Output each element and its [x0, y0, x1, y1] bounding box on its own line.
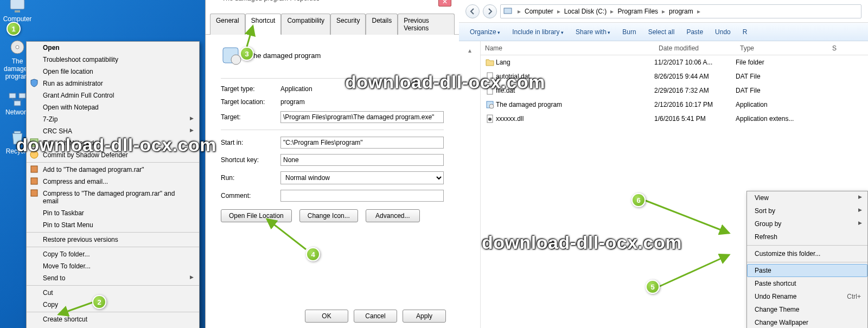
- ctx-crc-sha[interactable]: CRC SHA: [27, 125, 199, 137]
- col-modified[interactable]: Date modified: [654, 44, 736, 52]
- rar-icon: [30, 177, 39, 185]
- ctx-move-to[interactable]: Move To folder...: [27, 260, 199, 272]
- cmd-paste[interactable]: Paste: [686, 28, 703, 36]
- close-button[interactable]: ✕: [438, 0, 451, 7]
- advanced-button[interactable]: Advanced...: [366, 209, 420, 222]
- file-row[interactable]: Lang11/2/2017 10:06 A...File folder: [481, 55, 868, 69]
- desktop-pane: Computer The damaged program Network Rec…: [0, 0, 205, 328]
- svg-rect-17: [487, 73, 493, 80]
- cmd-r[interactable]: R: [743, 28, 748, 36]
- cmd-undo[interactable]: Undo: [715, 28, 731, 36]
- ectx-customize[interactable]: Customize this folder...: [747, 247, 867, 260]
- ctx-7zip[interactable]: 7-Zip: [27, 113, 199, 125]
- ectx-change-theme[interactable]: Change Theme: [747, 303, 867, 316]
- ectx-view[interactable]: View: [747, 191, 867, 204]
- apply-button[interactable]: Apply: [403, 310, 446, 323]
- tree-pane[interactable]: ▴: [459, 41, 481, 328]
- disc-icon: [8, 38, 27, 56]
- ectx-sort[interactable]: Sort by: [747, 204, 867, 217]
- tab-shortcut[interactable]: Shortcut: [245, 14, 282, 35]
- file-name: autotrial.dat: [496, 73, 654, 80]
- ctx-copy[interactable]: Copy: [27, 299, 199, 311]
- breadcrumb[interactable]: Computer Local Disk (C:) Program Files p…: [500, 4, 861, 18]
- shortcut-name-input[interactable]: [249, 52, 444, 60]
- desktop-icon-computer[interactable]: Computer: [1, 0, 34, 23]
- ctx-create-shortcut[interactable]: Create shortcut: [27, 313, 199, 325]
- back-button[interactable]: [465, 4, 480, 18]
- ectx-change-wallpaper[interactable]: Change Wallpaper: [747, 316, 867, 328]
- ctx-open-file-location[interactable]: Open file location: [27, 66, 199, 78]
- column-headers[interactable]: Name Date modified Type S: [481, 41, 868, 55]
- cmd-include[interactable]: Include in library: [512, 28, 564, 36]
- startin-input[interactable]: [280, 137, 444, 149]
- ctx-pin-start[interactable]: Pin to Start Menu: [27, 219, 199, 231]
- ctx-copy-to[interactable]: Copy To folder...: [27, 248, 199, 260]
- run-select[interactable]: Normal window: [280, 171, 444, 184]
- ectx-undo-rename[interactable]: Undo RenameCtrl+: [747, 290, 867, 303]
- ctx-open-notepad[interactable]: Open with Notepad: [27, 101, 199, 113]
- ctx-delete[interactable]: Delete: [27, 325, 199, 328]
- cmd-share[interactable]: Share with: [576, 28, 610, 36]
- ectx-paste[interactable]: Paste: [747, 264, 867, 277]
- comment-input[interactable]: [280, 190, 444, 202]
- ctx-grant-admin[interactable]: Grant Admin Full Control: [27, 89, 199, 101]
- value-target-location: program: [280, 98, 444, 106]
- file-icon: [484, 100, 496, 109]
- file-row[interactable]: autotrial.dat8/26/2015 9:44 AMDAT File: [481, 69, 868, 83]
- svg-rect-11: [31, 166, 37, 172]
- tab-details[interactable]: Details: [366, 14, 398, 35]
- step-badge-2: 2: [92, 295, 106, 309]
- ectx-paste-shortcut[interactable]: Paste shortcut: [747, 277, 867, 290]
- col-type[interactable]: Type: [736, 44, 828, 52]
- ctx-compress-email[interactable]: Compress and email...: [27, 176, 199, 188]
- ctx-edit-npp[interactable]: Edit with Notepad++: [27, 137, 199, 149]
- open-file-location-button[interactable]: Open File Location: [221, 209, 292, 222]
- col-size[interactable]: S: [828, 44, 868, 52]
- crumb-computer[interactable]: Computer: [524, 8, 554, 15]
- svg-rect-2: [15, 10, 20, 12]
- svg-rect-8: [14, 131, 21, 133]
- notepadpp-icon: [30, 138, 39, 147]
- ctx-send-to[interactable]: Send to: [27, 272, 199, 284]
- ectx-group[interactable]: Group by: [747, 217, 867, 230]
- col-name[interactable]: Name: [481, 44, 654, 52]
- desktop-icon-label: Recycle: [6, 147, 29, 155]
- step-badge-1: 1: [7, 22, 21, 36]
- ctx-pin-taskbar[interactable]: Pin to Taskbar: [27, 207, 199, 219]
- cmd-organize[interactable]: Organize: [470, 28, 500, 36]
- tab-general[interactable]: General: [210, 14, 245, 35]
- ok-button[interactable]: OK: [305, 310, 348, 323]
- crumb-program[interactable]: program: [668, 8, 694, 15]
- crumb-localdisk[interactable]: Local Disk (C:): [563, 8, 608, 15]
- step-badge-4: 4: [306, 247, 320, 261]
- label-target-type: Target type:: [221, 85, 280, 93]
- file-row[interactable]: xxxxxx.dll1/6/2016 5:41 PMApplication ex…: [481, 112, 868, 126]
- step-badge-3: 3: [240, 47, 254, 61]
- ctx-open[interactable]: Open: [27, 42, 199, 54]
- desktop-context-menu: Open Troubleshoot compatibility Open fil…: [26, 41, 200, 328]
- file-type: DAT File: [736, 87, 828, 94]
- cancel-button[interactable]: Cancel: [354, 310, 397, 323]
- tab-security[interactable]: Security: [330, 14, 366, 35]
- shortcutkey-input[interactable]: [280, 154, 444, 166]
- ctx-run-admin[interactable]: Run as administrator: [27, 78, 199, 89]
- cmd-selectall[interactable]: Select all: [648, 28, 675, 36]
- crumb-programfiles[interactable]: Program Files: [616, 8, 659, 15]
- tab-compatibility[interactable]: Compatibility: [281, 14, 330, 35]
- ectx-refresh[interactable]: Refresh: [747, 230, 867, 243]
- ctx-add-rar[interactable]: Add to "The damaged program.rar": [27, 164, 199, 176]
- ctx-restore-prev[interactable]: Restore previous versions: [27, 234, 199, 246]
- file-row[interactable]: file.dat2/29/2016 7:32 AMDAT File: [481, 83, 868, 98]
- target-input[interactable]: [280, 111, 444, 123]
- tab-previous-versions[interactable]: Previous Versions: [398, 14, 455, 35]
- ctx-cut[interactable]: Cut: [27, 287, 199, 299]
- tree-scroll-up-icon[interactable]: ▴: [459, 47, 480, 54]
- file-row[interactable]: The damaged program2/12/2016 10:17 PMApp…: [481, 98, 868, 112]
- forward-button[interactable]: [483, 4, 497, 18]
- ctx-compress-rar-email[interactable]: Compress to "The damaged program.rar" an…: [27, 188, 199, 207]
- ctx-shadow-defender[interactable]: Commit by Shadow Defender: [27, 149, 199, 161]
- svg-point-10: [30, 151, 38, 158]
- cmd-burn[interactable]: Burn: [622, 28, 636, 36]
- ctx-troubleshoot[interactable]: Troubleshoot compatibility: [27, 54, 199, 66]
- change-icon-button[interactable]: Change Icon...: [299, 209, 358, 222]
